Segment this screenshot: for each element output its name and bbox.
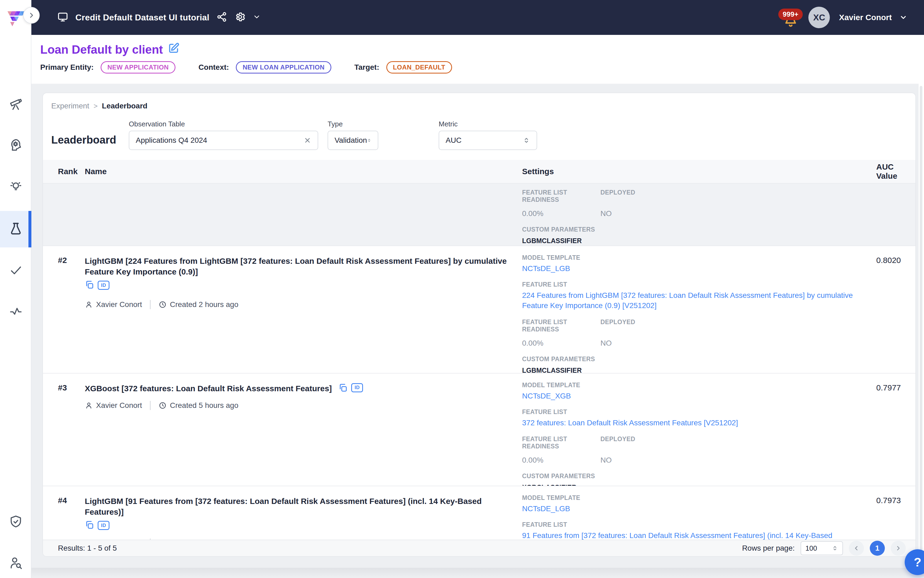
target-badge: LOAN_DEFAULT: [386, 61, 452, 73]
model-template-label: MODEL TEMPLATE: [522, 494, 866, 502]
edit-title-icon[interactable]: [168, 42, 180, 57]
observation-table-label: Observation Table: [129, 120, 185, 128]
author-name: Xavier Conort: [96, 401, 142, 410]
feature-list-link[interactable]: 91 Features from [372 features: Loan Def…: [522, 531, 832, 541]
clear-icon[interactable]: [304, 136, 311, 144]
notifications-button[interactable]: 999+: [782, 5, 801, 29]
sidebar-item-user-search[interactable]: [0, 545, 31, 578]
copy-name-icon[interactable]: [85, 520, 94, 531]
lightbulb-icon: [9, 180, 23, 195]
copy-id-icon[interactable]: ID: [98, 521, 109, 530]
primary-entity-badge: NEW APPLICATION: [101, 61, 175, 73]
chevron-right-icon: [895, 545, 901, 551]
section-heading: Leaderboard: [51, 134, 116, 146]
rows-per-page-value: 100: [806, 544, 832, 552]
select-chevrons-icon: [367, 136, 371, 144]
model-template-link[interactable]: NCTsDE_XGB: [522, 391, 866, 401]
observation-table-value: Applications Q4 2024: [136, 136, 304, 144]
chevron-right-icon: [28, 12, 35, 19]
classifier-name: LGBMCLASSIFIER: [522, 367, 866, 373]
page-title: Loan Default by client: [40, 43, 163, 56]
user-name[interactable]: Xavier Conort: [839, 13, 892, 22]
divider: [150, 401, 151, 410]
author-name: Xavier Conort: [96, 300, 142, 309]
sidebar-item-approvals[interactable]: [0, 252, 31, 289]
sidebar-item-insights[interactable]: [0, 169, 31, 206]
sidebar-item-explore[interactable]: [0, 86, 31, 123]
table-row[interactable]: #2 LightGBM [224 Features from LightGBM …: [43, 246, 916, 373]
table-row[interactable]: #3 XGBoost [372 features: Loan Default R…: [43, 373, 916, 486]
person-icon: [85, 300, 93, 308]
copy-id-icon[interactable]: ID: [98, 281, 109, 290]
feature-list-label: FEATURE LIST: [522, 521, 866, 528]
model-template-link[interactable]: NCTsDE_LGB: [522, 504, 866, 514]
check-icon: [9, 263, 23, 278]
readiness-value: 0.00%: [522, 209, 600, 218]
table-row[interactable]: #4 LightGBM [91 Features from [372 featu…: [43, 486, 916, 541]
model-template-label: MODEL TEMPLATE: [522, 254, 866, 261]
chevron-left-icon: [853, 545, 859, 551]
sidebar-item-monitoring[interactable]: [0, 294, 31, 330]
column-header-settings: Settings: [522, 167, 876, 176]
divider: [150, 300, 151, 309]
select-chevrons-icon: [523, 136, 530, 144]
model-template-link[interactable]: NCTsDE_LGB: [522, 263, 866, 274]
breadcrumb-experiment[interactable]: Experiment: [51, 102, 89, 110]
rank-value: #2: [58, 246, 85, 373]
classifier-name: XGBCLASSIFIER: [522, 484, 866, 486]
current-page-button[interactable]: 1: [870, 541, 885, 556]
feature-list-label: FEATURE LIST: [522, 281, 866, 288]
settings-gear-icon[interactable]: [235, 11, 246, 24]
column-header-auc-value: AUC Value: [876, 162, 910, 181]
type-label: Type: [327, 120, 343, 128]
sidebar-item-modeling[interactable]: [0, 127, 31, 164]
table-header-row: Rank Name Settings AUC Value: [43, 160, 916, 183]
sidebar-item-governance[interactable]: [0, 504, 31, 541]
copy-id-icon[interactable]: ID: [351, 383, 363, 392]
context-badge: NEW LOAN APPLICATION: [236, 61, 331, 73]
context-label: Context:: [199, 63, 229, 71]
previous-page-button[interactable]: [849, 541, 864, 556]
flask-icon: [9, 222, 23, 237]
feature-list-link[interactable]: 224 Features from LightGBM [372 features…: [522, 291, 853, 310]
sidebar: [0, 0, 31, 578]
type-select[interactable]: Validation: [327, 131, 378, 150]
auc-value: 0.7973: [876, 486, 910, 541]
breadcrumb-separator: >: [94, 102, 98, 110]
table-footer: Results: 1 - 5 of 5 Rows per page: 100 1: [43, 540, 916, 556]
observation-table-input[interactable]: Applications Q4 2024: [129, 131, 318, 150]
created-ago: Created 5 hours ago: [170, 401, 238, 410]
copy-name-icon[interactable]: [85, 280, 94, 291]
deployed-label: DEPLOYED: [600, 435, 866, 450]
avatar[interactable]: XC: [808, 7, 830, 28]
feature-list-link[interactable]: 372 features: Loan Default Risk Assessme…: [522, 419, 738, 427]
deployed-label: DEPLOYED: [600, 318, 866, 333]
copy-name-icon[interactable]: [338, 383, 347, 395]
metric-select[interactable]: AUC: [439, 131, 537, 150]
share-icon[interactable]: [216, 11, 227, 24]
sidebar-expand-button[interactable]: [23, 7, 40, 24]
deployed-value: NO: [600, 209, 866, 218]
model-name: XGBoost [372 features: Loan Default Risk…: [85, 384, 332, 393]
head-gear-icon: [9, 138, 23, 153]
sidebar-item-experiment[interactable]: [0, 211, 31, 247]
user-menu-chevron-down-icon[interactable]: [899, 13, 907, 21]
notification-count-badge: 999+: [778, 8, 803, 20]
leaderboard-table: Rank Name Settings AUC Value FEATURE LIS…: [43, 160, 916, 541]
person-icon: [85, 401, 93, 409]
column-header-rank: Rank: [58, 167, 85, 176]
created-ago: Created 2 hours ago: [170, 300, 238, 309]
rows-per-page-stepper[interactable]: 100: [801, 541, 843, 555]
shield-check-icon: [9, 515, 23, 530]
type-value: Validation: [335, 136, 367, 144]
table-row[interactable]: FEATURE LIST READINESS DEPLOYED 0.00% NO…: [43, 183, 916, 246]
feature-list-readiness-label: FEATURE LIST READINESS: [522, 318, 600, 333]
custom-parameters-label: CUSTOM PARAMETERS: [522, 356, 866, 363]
feature-list-readiness-label: FEATURE LIST READINESS: [522, 189, 600, 203]
leaderboard-card: Experiment > Leaderboard Leaderboard Obs…: [42, 93, 916, 557]
next-page-button[interactable]: [891, 541, 906, 556]
scrollbar[interactable]: [920, 86, 922, 563]
deployed-value: NO: [600, 339, 866, 347]
catalog-chevron-down-icon[interactable]: [253, 13, 261, 22]
catalog-title[interactable]: Credit Default Dataset UI tutorial: [75, 13, 209, 23]
